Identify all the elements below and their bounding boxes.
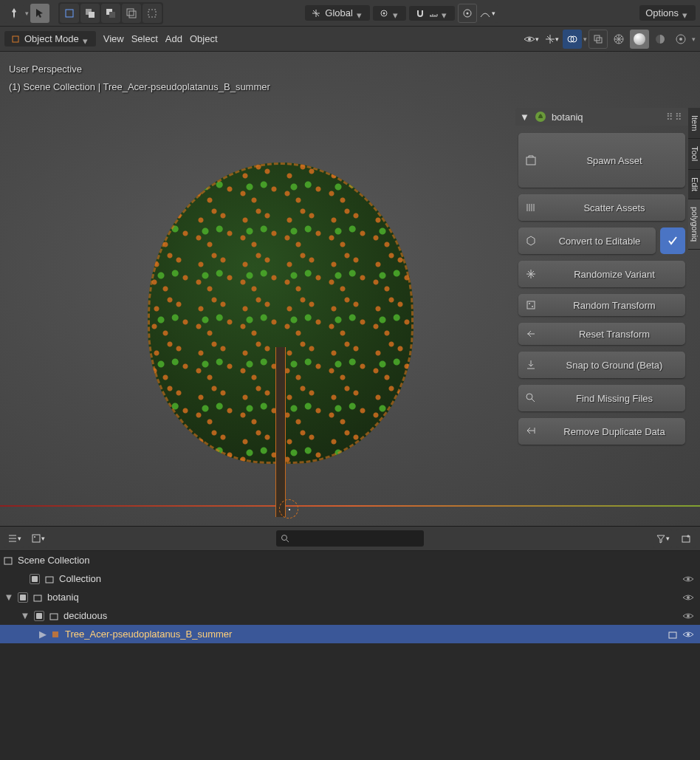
outliner-search[interactable] (276, 530, 424, 547)
side-tab-polygoniq[interactable]: polygoniq (688, 199, 700, 250)
xray-toggle[interactable] (589, 30, 608, 49)
select-mode-subtract[interactable] (101, 4, 120, 23)
outliner-row-botaniq[interactable]: ▼ botaniq (0, 588, 700, 606)
select-mode-invert[interactable] (143, 4, 162, 23)
random-transform-button[interactable]: Random Transform (518, 294, 685, 316)
svg-point-21 (679, 38, 682, 41)
gizmo-dropdown[interactable]: ▾ (542, 30, 561, 49)
select-tool[interactable] (30, 4, 49, 23)
matprev-icon (654, 33, 666, 45)
falloff-icon (480, 9, 490, 18)
enable-checkbox[interactable] (34, 611, 44, 621)
chevron-down-icon: ▾ (25, 10, 29, 17)
side-tabs: Item Tool Edit polygoniq (688, 108, 700, 250)
side-tab-edit[interactable]: Edit (688, 170, 700, 199)
menu-select[interactable]: Select (131, 33, 158, 44)
outliner-root[interactable]: Scene Collection (0, 551, 700, 569)
arrow-cursor-icon (34, 7, 46, 19)
svg-rect-35 (34, 595, 41, 601)
tree-trunk (275, 347, 286, 517)
enable-checkbox[interactable] (18, 592, 28, 603)
side-tab-item[interactable]: Item (688, 108, 700, 139)
disclosure-triangle-icon: ▼ (520, 112, 529, 123)
scatter-assets-button[interactable]: Scatter Assets (518, 194, 685, 221)
find-missing-button[interactable]: Find Missing Files (518, 385, 685, 411)
side-tab-tool[interactable]: Tool (688, 139, 700, 169)
chevron-down-icon: ▾ (83, 35, 90, 43)
transform-orientation-dropdown[interactable]: Global ▾ (305, 5, 370, 21)
chevron-down-icon: ▾ (393, 10, 400, 17)
new-collection-button[interactable] (676, 529, 696, 548)
svg-rect-7 (148, 10, 156, 17)
mesh-data-icon (668, 629, 678, 640)
proportional-edit-toggle[interactable] (458, 4, 477, 23)
grip-icon[interactable]: ⠿⠿ (666, 112, 684, 123)
box-sub-icon (106, 8, 116, 18)
visibility-eye-icon[interactable] (682, 575, 694, 583)
overlay-dropdown[interactable] (563, 30, 582, 49)
visibility-eye-icon[interactable] (682, 612, 694, 620)
proportional-falloff-dropdown[interactable]: ▾ (478, 4, 498, 23)
select-mode-extend[interactable] (80, 4, 100, 23)
svg-point-36 (687, 596, 690, 599)
menu-view[interactable]: View (103, 33, 124, 44)
shading-material[interactable] (651, 30, 670, 49)
overlay-icon (567, 34, 577, 44)
svg-point-11 (466, 12, 468, 14)
filter-dropdown[interactable]: ▾ (653, 529, 672, 548)
outliner-view-dropdown[interactable]: ▾ (28, 529, 47, 548)
outliner-row-collection[interactable]: Collection (0, 569, 700, 588)
funnel-icon (656, 533, 666, 544)
viewport-3d[interactable]: User Perspective (1) Scene Collection | … (0, 52, 700, 526)
outliner-display-dropdown[interactable]: ▾ (4, 529, 24, 548)
svg-rect-37 (50, 614, 58, 620)
new-collection-icon (681, 533, 691, 544)
enable-checkbox[interactable] (30, 574, 40, 584)
outliner-row-deciduous[interactable]: ▼ deciduous (0, 606, 700, 625)
svg-rect-2 (89, 12, 95, 18)
svg-rect-28 (32, 535, 40, 542)
svg-point-30 (282, 535, 287, 541)
object-mode-icon (10, 34, 21, 44)
chevron-down-icon: ▾ (583, 35, 587, 43)
mode-label: Object Mode (24, 33, 79, 44)
disclosure-icon[interactable]: ▼ (19, 610, 31, 621)
shading-wireframe[interactable] (609, 30, 628, 49)
mode-dropdown[interactable]: Object Mode ▾ (4, 31, 96, 47)
row-name: Collection (59, 573, 682, 584)
disclosure-icon[interactable]: ▶ (37, 629, 49, 640)
shading-solid[interactable] (630, 30, 649, 49)
shading-rendered[interactable] (671, 30, 690, 49)
reset-transform-button[interactable]: Reset Transform (518, 323, 685, 345)
xray-icon (593, 34, 603, 44)
randomize-variant-button[interactable]: Randomize Variant (518, 261, 685, 287)
snap-dropdown[interactable]: ▾ (409, 6, 455, 21)
options-dropdown[interactable]: Options ▾ (639, 5, 696, 21)
cursor-tool-dropdown[interactable] (4, 4, 24, 23)
find-icon (525, 392, 537, 404)
eye-icon (524, 34, 535, 44)
visibility-dropdown[interactable]: ▾ (521, 30, 541, 49)
menu-add[interactable]: Add (165, 33, 182, 44)
remove-duplicate-button[interactable]: Remove Duplicate Data (518, 418, 685, 445)
spawn-asset-button[interactable]: Spawn Asset (518, 133, 685, 188)
visibility-eye-icon[interactable] (682, 630, 694, 639)
select-mode-intersect[interactable] (122, 4, 141, 23)
convert-editable-button[interactable]: Convert to Editable (518, 227, 656, 254)
object-icon (50, 629, 61, 640)
disclosure-icon[interactable]: ▼ (3, 592, 15, 603)
reset-tf-icon (526, 329, 536, 339)
panel-header[interactable]: ▼ botaniq ⠿⠿ (515, 108, 688, 126)
menu-object[interactable]: Object (190, 33, 218, 44)
rendered-icon (675, 33, 687, 45)
convert-toggle[interactable] (660, 227, 685, 254)
svg-point-29 (34, 536, 35, 538)
snap-ground-button[interactable]: Snap to Ground (Beta) (518, 352, 685, 378)
pivot-dropdown[interactable]: ▾ (373, 6, 406, 21)
outliner-row-tree[interactable]: ▶ Tree_Acer-pseudoplatanus_B_summer (0, 625, 700, 643)
scene-path-label: (1) Scene Collection | Tree_Acer-pseudop… (9, 81, 270, 92)
select-mode-new[interactable] (60, 4, 79, 23)
svg-rect-33 (46, 577, 53, 583)
svg-rect-23 (526, 157, 535, 165)
visibility-eye-icon[interactable] (682, 593, 694, 602)
